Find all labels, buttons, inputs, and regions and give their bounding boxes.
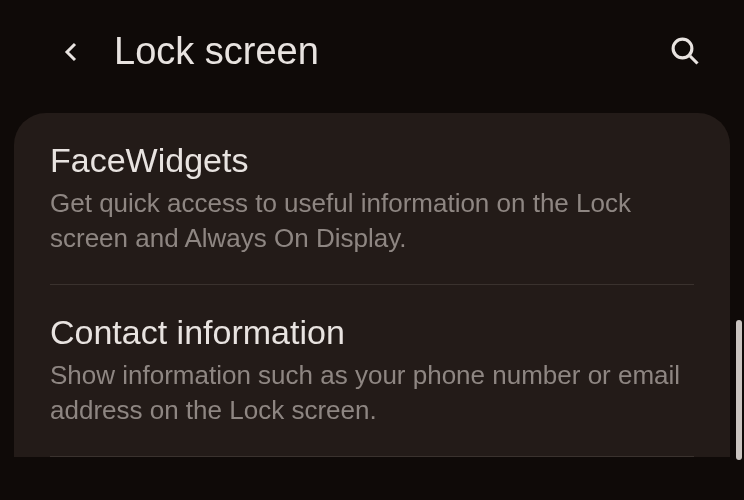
svg-line-1 <box>690 56 698 64</box>
list-item-facewidgets[interactable]: FaceWidgets Get quick access to useful i… <box>14 113 730 284</box>
search-icon[interactable] <box>670 36 702 68</box>
page-title: Lock screen <box>114 30 642 73</box>
app-header: Lock screen <box>0 0 744 113</box>
svg-point-0 <box>673 39 692 58</box>
scrollbar[interactable] <box>736 320 742 460</box>
settings-list: FaceWidgets Get quick access to useful i… <box>14 113 730 457</box>
item-title: FaceWidgets <box>50 141 694 180</box>
item-description: Show information such as your phone numb… <box>50 358 694 428</box>
item-title: Contact information <box>50 313 694 352</box>
back-icon[interactable] <box>58 38 86 66</box>
divider <box>50 456 694 457</box>
list-item-contact-information[interactable]: Contact information Show information suc… <box>14 285 730 456</box>
item-description: Get quick access to useful information o… <box>50 186 694 256</box>
